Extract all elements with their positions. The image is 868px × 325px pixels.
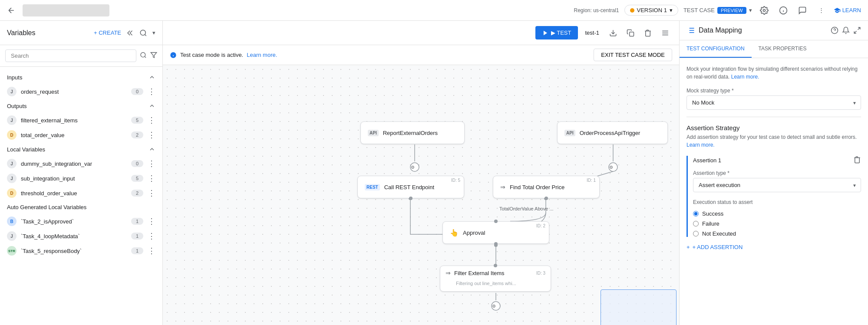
exit-test-mode-button[interactable]: EXIT TEST CASE MODE	[594, 49, 672, 61]
more-icon: ⋮	[818, 7, 824, 13]
node-approval[interactable]: 👆 Approval ID: 2	[442, 221, 549, 244]
var-type-badge: J	[7, 115, 17, 125]
test-case-badge: TEST CASE PREVIEW ▾	[683, 7, 752, 14]
info-button[interactable]	[776, 3, 790, 17]
comment-button[interactable]	[795, 3, 809, 17]
svg-text:⚙: ⚙	[492, 304, 496, 309]
var-menu-button[interactable]: ⋮	[148, 246, 155, 256]
data-mapping-icon	[686, 26, 695, 35]
var-menu-button[interactable]: ⋮	[148, 217, 155, 226]
node-call-rest-endpoint[interactable]: REST Call REST Endpoint ID: 5	[357, 176, 464, 198]
assertion-1-title: Assertion 1	[693, 157, 721, 164]
assertion-1-container: Assertion 1 Assertion type * Assert exec…	[686, 156, 861, 237]
learn-more-link[interactable]: Learn more.	[247, 52, 277, 58]
node-id: ID: 2	[536, 223, 545, 228]
var-menu-button[interactable]: ⋮	[148, 115, 155, 125]
var-count: 0	[131, 88, 143, 95]
panel-learn-more-link[interactable]: Learn more.	[731, 74, 759, 80]
node-api-tag: API	[564, 130, 575, 136]
canvas-toolbar: ▶ TEST test-1	[163, 21, 679, 45]
menu-button[interactable]	[658, 26, 672, 40]
project-title-bar	[23, 4, 109, 16]
preview-badge[interactable]: PREVIEW	[717, 7, 746, 14]
var-menu-button[interactable]: ⋮	[148, 159, 155, 168]
list-item: J sub_integration_input 5 ⋮	[0, 171, 162, 186]
filter-icon[interactable]	[150, 52, 157, 60]
download-button[interactable]	[606, 26, 620, 40]
var-menu-button[interactable]: ⋮	[148, 130, 155, 140]
node-label: Filter External Items	[454, 270, 505, 276]
test-button-label: ▶ TEST	[551, 30, 571, 36]
var-menu-button[interactable]: ⋮	[148, 174, 155, 183]
var-menu-button[interactable]: ⋮	[148, 231, 155, 241]
node-filter-external-items[interactable]: ⇒ Filter External Items ID: 3 Filtering …	[440, 266, 551, 292]
outputs-section-header[interactable]: Outputs	[0, 99, 162, 113]
inputs-label: Inputs	[7, 74, 22, 81]
radio-failure[interactable]: Failure	[693, 220, 861, 227]
version-selector[interactable]: VERSION 1 ▾	[624, 5, 678, 16]
search-input[interactable]	[5, 49, 136, 62]
radio-failure-label: Failure	[702, 220, 719, 227]
local-vars-section-header[interactable]: Local Variables	[0, 142, 162, 156]
assertion-description: Add assertion strategy for your test cas…	[686, 133, 861, 149]
search-dropdown-button[interactable]: ▾	[152, 30, 155, 36]
var-count: 2	[131, 131, 143, 138]
learn-button[interactable]: LEARN	[834, 7, 861, 14]
integration-canvas[interactable]: ⚙ ⚙ ⚙ API ReportExternalOrders API Order…	[163, 65, 679, 325]
back-button[interactable]	[7, 6, 16, 15]
add-assertion-button[interactable]: + + ADD ASSERTION	[686, 244, 861, 250]
assertion-learn-more-link[interactable]: Learn more.	[686, 142, 715, 148]
var-name: total_order_value	[21, 132, 127, 138]
edge-label-total-order-value: TotalOrderValue Above ...	[499, 206, 554, 211]
auto-vars-section-header[interactable]: Auto Generated Local Variables	[0, 200, 162, 214]
radio-failure-input[interactable]	[693, 221, 699, 227]
svg-point-21	[609, 163, 617, 171]
canvas-placeholder-box	[601, 289, 677, 325]
create-variable-button[interactable]: + CREATE	[94, 30, 121, 36]
more-options-button[interactable]: ⋮	[815, 3, 828, 17]
node-report-external-orders[interactable]: API ReportExternalOrders	[360, 121, 465, 144]
var-menu-button[interactable]: ⋮	[148, 188, 155, 198]
search-toggle-button[interactable]	[139, 29, 147, 37]
var-menu-button[interactable]: ⋮	[148, 87, 155, 96]
delete-button[interactable]	[641, 26, 655, 40]
svg-line-44	[858, 27, 860, 30]
settings-button[interactable]	[757, 3, 771, 17]
node-order-process-api-trigger[interactable]: API OrderProcessApiTrigger	[557, 121, 668, 144]
radio-not-executed-input[interactable]	[693, 231, 699, 236]
svg-text:⚙: ⚙	[411, 165, 415, 170]
var-count: 1	[131, 247, 143, 254]
var-count: 5	[131, 175, 143, 182]
run-test-button[interactable]: ▶ TEST	[535, 26, 578, 39]
tab-task-properties[interactable]: TASK PROPERTIES	[752, 40, 814, 58]
sidebar-top-bar: Variables + CREATE ▾	[0, 21, 162, 45]
node-find-total-order-price[interactable]: ⇒ Find Total Order Price ID: 1	[493, 176, 600, 198]
var-name: dummy_sub_integration_var	[21, 161, 127, 167]
assertion-type-select-wrapper: Assert execution	[693, 178, 861, 192]
assertion-delete-button[interactable]	[853, 156, 861, 165]
collapse-sidebar-button[interactable]	[126, 29, 134, 37]
var-count: 5	[131, 117, 143, 124]
list-item: B `Task_2_isApproved` 1 ⋮	[0, 214, 162, 229]
info-icon	[170, 52, 177, 59]
right-panel-header: Data Mapping	[680, 21, 868, 40]
assertion-type-select[interactable]: Assert execution	[693, 178, 861, 192]
radio-success-input[interactable]	[693, 211, 699, 217]
panel-bell-button[interactable]	[842, 26, 850, 34]
search-submit-icon[interactable]	[140, 52, 147, 60]
panel-help-button[interactable]	[831, 26, 838, 34]
execution-status-label: Execution status to assert	[693, 199, 861, 205]
inputs-section-header[interactable]: Inputs	[0, 70, 162, 84]
test-case-chevron-icon[interactable]: ▾	[749, 7, 752, 13]
radio-success[interactable]: Success	[693, 210, 861, 217]
svg-rect-11	[630, 32, 634, 36]
radio-not-executed[interactable]: Not Executed	[693, 230, 861, 237]
var-type-badge: J	[7, 159, 17, 168]
tab-test-configuration[interactable]: TEST CONFIGURATION	[680, 40, 752, 58]
var-name: orders_request	[21, 89, 127, 95]
panel-expand-button[interactable]	[853, 26, 861, 34]
var-type-badge: B	[7, 217, 17, 226]
copy-button[interactable]	[624, 26, 637, 40]
mock-strategy-select[interactable]: No Mock	[686, 95, 861, 110]
node-filter-icon: ⇒	[446, 269, 451, 276]
